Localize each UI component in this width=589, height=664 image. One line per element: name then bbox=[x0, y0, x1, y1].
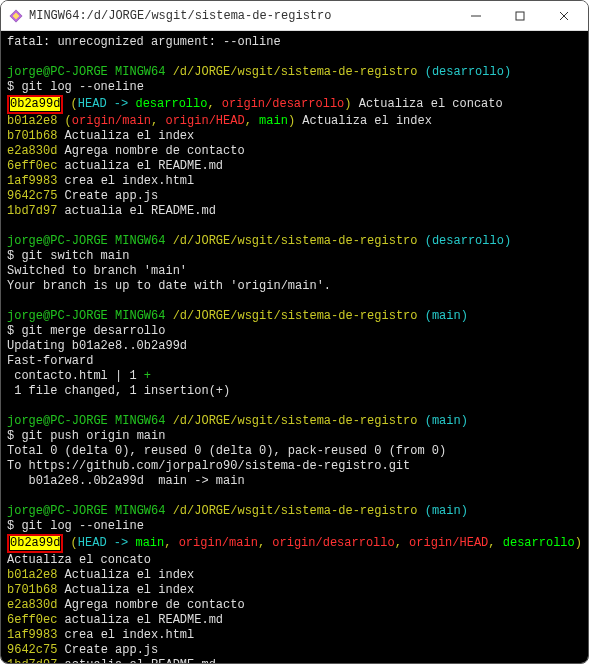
terminal-output[interactable]: fatal: unrecognized argument: --online j… bbox=[1, 31, 588, 663]
msg: Agrega nombre de contacto bbox=[57, 144, 244, 158]
blank-line bbox=[7, 294, 582, 309]
msg: Actualiza el index bbox=[57, 583, 194, 597]
msg: Actualiza el concato bbox=[351, 97, 502, 111]
blank-line bbox=[7, 399, 582, 414]
log-entry: 6eff0ec actualiza el README.md bbox=[7, 159, 582, 174]
dollar: $ bbox=[7, 324, 21, 338]
maximize-button[interactable] bbox=[498, 2, 542, 30]
userhost: jorge@PC-JORGE bbox=[7, 504, 108, 518]
paren: ( bbox=[63, 97, 77, 111]
sys: MINGW64 bbox=[108, 234, 173, 248]
hash: b701b68 bbox=[7, 583, 57, 597]
dollar: $ bbox=[7, 249, 21, 263]
sep: , bbox=[207, 97, 221, 111]
ref: origin/desarrollo bbox=[222, 97, 344, 111]
svg-rect-3 bbox=[516, 12, 524, 20]
sys: MINGW64 bbox=[108, 414, 173, 428]
ref: origin/desarrollo bbox=[272, 536, 394, 550]
head: HEAD -> bbox=[78, 97, 136, 111]
minimize-button[interactable] bbox=[454, 2, 498, 30]
maximize-icon bbox=[515, 11, 525, 21]
sys: MINGW64 bbox=[108, 504, 173, 518]
close-button[interactable] bbox=[542, 2, 586, 30]
prompt-line: jorge@PC-JORGE MINGW64 /d/JORGE/wsgit/si… bbox=[7, 414, 582, 429]
command-line: $ git switch main bbox=[7, 249, 582, 264]
path: /d/JORGE/wsgit/sistema-de-registro bbox=[173, 414, 418, 428]
log-entry: b701b68 Actualiza el index bbox=[7, 129, 582, 144]
log-entry: 1bd7d97 actualia el README.md bbox=[7, 658, 582, 663]
command-line: $ git push origin main bbox=[7, 429, 582, 444]
hash: 6eff0ec bbox=[7, 613, 57, 627]
ref: main bbox=[135, 536, 164, 550]
terminal-icon bbox=[9, 9, 23, 23]
output-line: Fast-forward bbox=[7, 354, 582, 369]
ref: desarrollo bbox=[135, 97, 207, 111]
log-entry: b701b68 Actualiza el index bbox=[7, 583, 582, 598]
paren: ) bbox=[288, 114, 295, 128]
command: git log --oneline bbox=[21, 519, 143, 533]
userhost: jorge@PC-JORGE bbox=[7, 309, 108, 323]
msg: Actualiza el index bbox=[57, 568, 194, 582]
ref: origin/HEAD bbox=[165, 114, 244, 128]
msg: actualiza el README.md bbox=[57, 613, 223, 627]
log-entry: b01a2e8 Actualiza el index bbox=[7, 568, 582, 583]
msg: crea el index.html bbox=[57, 628, 194, 642]
msg: Create app.js bbox=[57, 189, 158, 203]
path: /d/JORGE/wsgit/sistema-de-registro bbox=[173, 65, 418, 79]
log-entry: 1af9983 crea el index.html bbox=[7, 628, 582, 643]
output-line: Total 0 (delta 0), reused 0 (delta 0), p… bbox=[7, 444, 582, 459]
path: /d/JORGE/wsgit/sistema-de-registro bbox=[173, 234, 418, 248]
log-entry: 9642c75 Create app.js bbox=[7, 189, 582, 204]
plus: + bbox=[144, 369, 151, 383]
dollar: $ bbox=[7, 519, 21, 533]
branch: (main) bbox=[425, 414, 468, 428]
ref: main bbox=[259, 114, 288, 128]
sep: , bbox=[151, 114, 165, 128]
log-entry: 6eff0ec actualiza el README.md bbox=[7, 613, 582, 628]
error-line: fatal: unrecognized argument: --online bbox=[7, 35, 582, 50]
msg: actualia el README.md bbox=[57, 204, 215, 218]
prompt-line: jorge@PC-JORGE MINGW64 /d/JORGE/wsgit/si… bbox=[7, 309, 582, 324]
window-title: MINGW64:/d/JORGE/wsgit/sistema-de-regist… bbox=[29, 9, 331, 23]
ref: desarrollo bbox=[503, 536, 575, 550]
sep: , bbox=[395, 536, 409, 550]
userhost: jorge@PC-JORGE bbox=[7, 65, 108, 79]
command-line: $ git log --oneline bbox=[7, 80, 582, 95]
minimize-icon bbox=[471, 11, 481, 21]
title-left: MINGW64:/d/JORGE/wsgit/sistema-de-regist… bbox=[9, 9, 331, 23]
ref: origin/main bbox=[72, 114, 151, 128]
log-entry: 1af9983 crea el index.html bbox=[7, 174, 582, 189]
hash: 1bd7d97 bbox=[7, 658, 57, 663]
sep: , bbox=[164, 536, 178, 550]
sys: MINGW64 bbox=[108, 65, 173, 79]
branch: (main) bbox=[425, 504, 468, 518]
blank-line bbox=[7, 489, 582, 504]
titlebar[interactable]: MINGW64:/d/JORGE/wsgit/sistema-de-regist… bbox=[1, 1, 588, 31]
sep: , bbox=[488, 536, 502, 550]
dollar: $ bbox=[7, 429, 21, 443]
paren: ( bbox=[57, 114, 71, 128]
path: /d/JORGE/wsgit/sistema-de-registro bbox=[173, 504, 418, 518]
highlighted-hash: 0b2a99d bbox=[7, 95, 63, 114]
branch: (main) bbox=[425, 309, 468, 323]
app-window: MINGW64:/d/JORGE/wsgit/sistema-de-regist… bbox=[0, 0, 589, 664]
log-entry: 1bd7d97 actualia el README.md bbox=[7, 204, 582, 219]
log-entry: 0b2a99d (HEAD -> desarrollo, origin/desa… bbox=[7, 95, 582, 114]
sys: MINGW64 bbox=[108, 309, 173, 323]
blank-line bbox=[7, 219, 582, 234]
sep: , bbox=[258, 536, 272, 550]
command: git log --oneline bbox=[21, 80, 143, 94]
command-line: $ git log --oneline bbox=[7, 519, 582, 534]
msg: actualia el README.md bbox=[57, 658, 215, 663]
ref: origin/HEAD bbox=[409, 536, 488, 550]
diffstat: contacto.html | 1 bbox=[7, 369, 144, 383]
highlighted-hash: 0b2a99d bbox=[7, 534, 63, 553]
window-controls bbox=[454, 2, 586, 30]
hash: 6eff0ec bbox=[7, 159, 57, 173]
msg: Agrega nombre de contacto bbox=[57, 598, 244, 612]
hash: b01a2e8 bbox=[7, 114, 57, 128]
hash: 0b2a99d bbox=[10, 536, 60, 550]
prompt-line: jorge@PC-JORGE MINGW64 /d/JORGE/wsgit/si… bbox=[7, 65, 582, 80]
paren: ( bbox=[63, 536, 77, 550]
msg: Actualiza el concato bbox=[7, 553, 582, 568]
